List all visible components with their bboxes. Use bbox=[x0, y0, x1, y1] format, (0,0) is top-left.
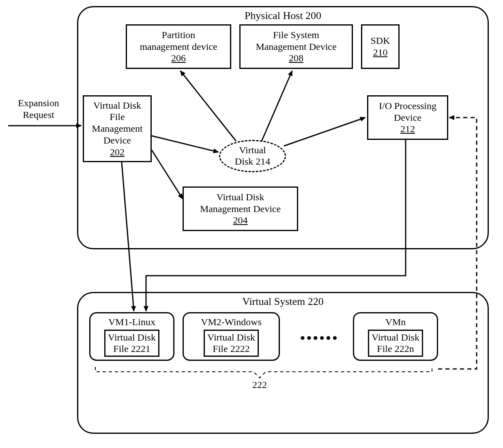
vdm-num: 204 bbox=[233, 214, 248, 226]
partition-num: 206 bbox=[171, 52, 186, 64]
vmn-file: Virtual DiskFile 222n bbox=[372, 332, 419, 355]
io-box: I/O ProcessingDevice 212 bbox=[367, 95, 448, 140]
partition-label: Partitionmanagement device bbox=[140, 29, 217, 53]
vdm-box: Virtual DiskManagement Device 204 bbox=[183, 186, 298, 231]
virtual-system-title: Virtual System 220 bbox=[78, 296, 488, 308]
physical-host-title: Physical Host 200 bbox=[78, 10, 488, 22]
filesystem-management-box: File SystemManagement Device 208 bbox=[239, 24, 353, 69]
vm1-name: VM1-Linux bbox=[108, 316, 155, 328]
expansion-request-text: ExpansionRequest bbox=[18, 98, 59, 120]
vm1-box: VM1-Linux Virtual DiskFile 2221 bbox=[89, 312, 174, 361]
vdm-label: Virtual DiskManagement Device bbox=[200, 191, 281, 215]
filesystem-num: 208 bbox=[289, 52, 303, 64]
vm2-box: VM2-Windows Virtual DiskFile 2222 bbox=[183, 312, 280, 361]
vm2-file: Virtual DiskFile 2222 bbox=[207, 332, 255, 355]
virtual-disk-ellipse: VirtualDisk 214 bbox=[219, 140, 286, 172]
vmn-file-box: Virtual DiskFile 222n bbox=[368, 330, 423, 357]
partition-management-box: Partitionmanagement device 206 bbox=[126, 24, 231, 69]
group-222-text: 222 bbox=[252, 379, 267, 390]
group-222-label: 222 bbox=[247, 379, 272, 391]
io-num: 212 bbox=[400, 123, 415, 135]
vm1-file: Virtual DiskFile 2221 bbox=[108, 332, 156, 355]
io-label: I/O ProcessingDevice bbox=[379, 100, 436, 124]
sdk-label: SDK bbox=[370, 35, 390, 47]
ellipsis-icon: •••••• bbox=[300, 330, 339, 346]
vdfm-box: Virtual DiskFileManagementDevice 202 bbox=[83, 95, 152, 162]
vm2-name: VM2-Windows bbox=[201, 316, 262, 328]
vdfm-label: Virtual DiskFileManagementDevice bbox=[92, 100, 142, 146]
vm1-file-box: Virtual DiskFile 2221 bbox=[104, 330, 159, 357]
sdk-num: 210 bbox=[373, 47, 388, 58]
filesystem-label: File SystemManagement Device bbox=[256, 29, 336, 53]
vdfm-num: 202 bbox=[110, 146, 125, 158]
expansion-request-label: ExpansionRequest bbox=[4, 97, 73, 121]
virtual-disk-label: VirtualDisk 214 bbox=[235, 145, 270, 167]
sdk-box: SDK 210 bbox=[361, 24, 400, 69]
vm2-file-box: Virtual DiskFile 2222 bbox=[204, 330, 259, 357]
vmn-name: VMn bbox=[385, 316, 406, 328]
vmn-box: VMn Virtual DiskFile 222n bbox=[353, 312, 438, 361]
